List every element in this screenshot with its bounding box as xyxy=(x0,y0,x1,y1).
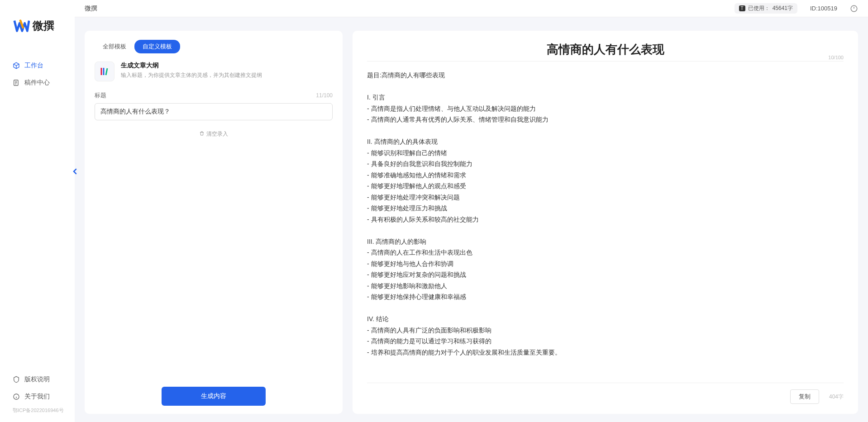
sidebar-item-about[interactable]: 关于我们 xyxy=(0,388,75,405)
sidebar-item-copyright[interactable]: 版权说明 xyxy=(0,371,75,388)
cube-icon xyxy=(13,62,20,69)
sidebar-item-label: 关于我们 xyxy=(24,393,50,401)
sidebar-collapse-handle[interactable] xyxy=(71,166,79,176)
usage-value: 45641字 xyxy=(773,5,793,12)
sidebar: 微撰 工作台 稿件中心 版权说明 xyxy=(0,0,75,422)
title-char-count: 11/100 xyxy=(316,92,333,99)
template-tabs: 全部模板 自定义模板 xyxy=(95,40,333,53)
sidebar-item-label: 版权说明 xyxy=(24,375,50,384)
sidebar-item-label: 稿件中心 xyxy=(24,79,50,87)
output-title-count: 10/100 xyxy=(828,55,844,60)
tab-custom-templates[interactable]: 自定义模板 xyxy=(134,40,180,53)
brand-logo: 微撰 xyxy=(0,0,75,48)
brand-name: 微撰 xyxy=(33,19,54,33)
output-word-count: 404字 xyxy=(829,393,844,401)
document-icon xyxy=(13,79,20,86)
sidebar-item-label: 工作台 xyxy=(24,62,43,70)
brand-logo-icon xyxy=(13,17,30,34)
template-card: 生成文章大纲 输入标题，为你提供文章主体的灵感，并为其创建推文提纲 xyxy=(95,62,333,81)
page-title: 微撰 xyxy=(85,5,97,13)
title-label: 标题 xyxy=(95,91,106,100)
icp-text: 鄂ICP备2022016946号 xyxy=(0,405,75,417)
sidebar-nav: 工作台 稿件中心 xyxy=(0,48,75,371)
tab-all-templates[interactable]: 全部模板 xyxy=(95,40,134,53)
template-title: 生成文章大纲 xyxy=(121,62,333,70)
power-icon[interactable] xyxy=(850,5,858,13)
clear-input-button[interactable]: 清空录入 xyxy=(95,130,333,138)
sidebar-bottom: 版权说明 关于我们 鄂ICP备2022016946号 xyxy=(0,371,75,422)
output-body: 题目:高情商的人有哪些表现 I. 引言 - 高情商是指人们处理情绪、与他人互动以… xyxy=(367,70,844,383)
sidebar-item-workbench[interactable]: 工作台 xyxy=(0,57,75,74)
template-desc: 输入标题，为你提供文章主体的灵感，并为其创建推文提纲 xyxy=(121,71,333,79)
divider xyxy=(367,61,844,62)
main: 微撰 T 已使用： 45641字 ID:100519 全部模板 自定义模板 xyxy=(75,0,868,422)
title-input[interactable] xyxy=(95,103,333,120)
copy-button[interactable]: 复制 xyxy=(790,389,819,404)
shield-icon xyxy=(13,376,20,383)
output-title: 高情商的人有什么表现 xyxy=(367,42,844,57)
user-id: ID:100519 xyxy=(810,5,837,12)
output-panel: 高情商的人有什么表现 10/100 题目:高情商的人有哪些表现 I. 引言 - … xyxy=(353,31,858,414)
usage-badge: T xyxy=(739,5,745,11)
sidebar-item-drafts[interactable]: 稿件中心 xyxy=(0,74,75,91)
usage-indicator[interactable]: T 已使用： 45641字 xyxy=(734,3,797,14)
info-icon xyxy=(13,393,20,400)
content: 全部模板 自定义模板 生成文章大纲 输入标题，为你提供文章主体的灵感，并为其创建… xyxy=(75,17,868,422)
clear-input-label: 清空录入 xyxy=(206,130,228,138)
generate-button[interactable]: 生成内容 xyxy=(162,387,266,406)
template-icon xyxy=(95,62,114,81)
usage-prefix: 已使用： xyxy=(748,5,770,12)
input-panel: 全部模板 自定义模板 生成文章大纲 输入标题，为你提供文章主体的灵感，并为其创建… xyxy=(85,31,343,414)
topbar: 微撰 T 已使用： 45641字 ID:100519 xyxy=(75,0,868,17)
trash-icon xyxy=(199,131,205,138)
